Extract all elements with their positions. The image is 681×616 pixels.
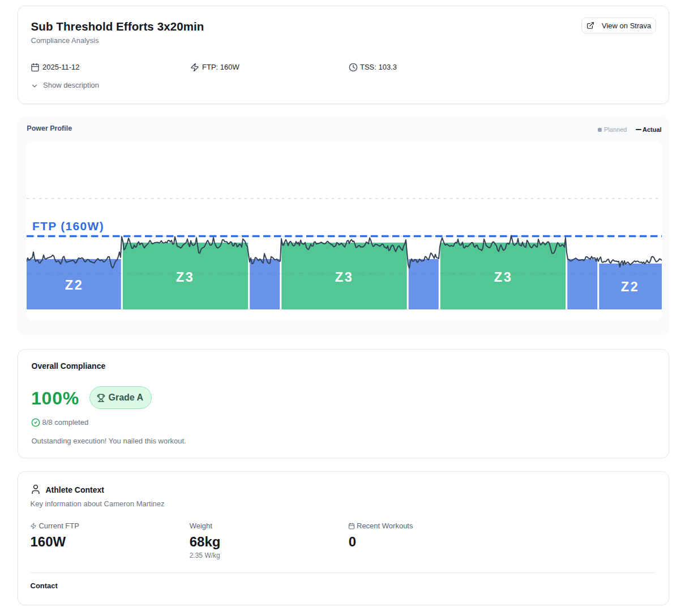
svg-text:Z3: Z3: [175, 270, 194, 285]
svg-text:Z3: Z3: [494, 270, 512, 285]
svg-text:Z2: Z2: [620, 279, 639, 294]
svg-text:Z3: Z3: [335, 270, 353, 285]
svg-text:FTP (160W): FTP (160W): [32, 219, 104, 232]
svg-text:Z2: Z2: [65, 278, 83, 292]
